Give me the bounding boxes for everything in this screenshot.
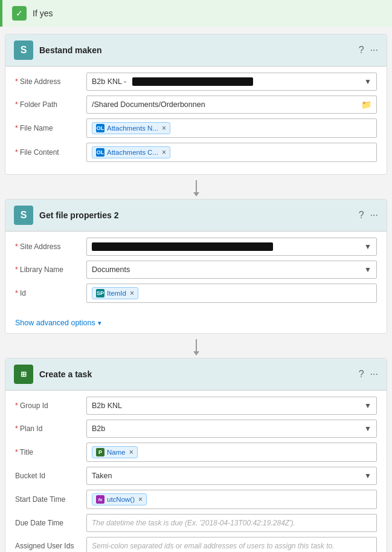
library-name-chevron: ▼	[364, 265, 371, 274]
input-site-address-2[interactable]: ▼	[86, 238, 377, 256]
field-title: * Title P Name ×	[15, 443, 377, 462]
card-create-task: ⊞ Create a task ? ··· * Group Id B2b KNL…	[5, 358, 387, 552]
library-name-value: Documents	[92, 265, 130, 274]
group-id-value: B2b KNL	[92, 401, 122, 410]
assigned-users-placeholder: Semi-colon separated ids or email addres…	[92, 542, 335, 550]
label-bucket-id: Bucket Id	[15, 472, 82, 480]
field-start-date-time: Start Date Time fx utcNow() ×	[15, 490, 377, 509]
sharepoint-icon: SP	[96, 289, 104, 297]
card2-title: Get file properties 2	[39, 210, 353, 220]
field-due-date-time: Due Date Time The datetime the task is d…	[15, 514, 377, 532]
input-file-name[interactable]: OL Attachments N... ×	[86, 119, 377, 138]
card3-header: ⊞ Create a task ? ···	[5, 359, 387, 391]
site-address-1-value: B2b KNL -	[92, 77, 253, 86]
arrow-1	[0, 177, 392, 199]
label-plan-id: * Plan Id	[15, 424, 82, 433]
advanced-options-section: Show advanced options ▾	[5, 315, 387, 333]
field-group-id: * Group Id B2b KNL ▼	[15, 397, 377, 415]
card2-actions: ? ···	[359, 210, 378, 221]
card1-actions: ? ···	[359, 45, 378, 56]
input-id[interactable]: SP ItemId ×	[86, 284, 377, 303]
input-title[interactable]: P Name ×	[86, 443, 377, 462]
outlook-icon-1: OL	[96, 124, 104, 132]
card-get-file-properties: S Get file properties 2 ? ··· * Site Add…	[5, 199, 387, 334]
site-address-2-chevron: ▼	[364, 242, 371, 251]
chip-close-name[interactable]: ×	[129, 448, 133, 456]
chip-close-1[interactable]: ×	[162, 124, 166, 132]
chip-text-itemid: ItemId	[107, 290, 126, 297]
chip-attachments-c: OL Attachments C... ×	[92, 146, 170, 158]
input-assigned-user-ids[interactable]: Semi-colon separated ids or email addres…	[86, 537, 377, 552]
card3-title: Create a task	[39, 369, 353, 379]
label-id: * Id	[15, 289, 82, 297]
input-folder-path[interactable]: /Shared Documents/Orderbonnen 📁	[86, 96, 377, 114]
card2-icon: S	[14, 206, 33, 225]
card3-help-icon[interactable]: ?	[359, 369, 364, 380]
input-file-content[interactable]: OL Attachments C... ×	[86, 143, 377, 162]
show-advanced-options-link[interactable]: Show advanced options	[15, 319, 95, 327]
label-folder-path: * Folder Path	[15, 100, 82, 109]
field-file-name: * File Name OL Attachments N... ×	[15, 119, 377, 138]
card2-more-icon[interactable]: ···	[370, 210, 378, 221]
card2-body: * Site Address ▼ * Library Name Document…	[5, 232, 387, 315]
group-id-chevron: ▼	[364, 401, 371, 410]
card1-title: Bestand maken	[39, 45, 353, 55]
folder-path-value: /Shared Documents/Orderbonnen	[92, 100, 205, 109]
plan-id-chevron: ▼	[364, 424, 371, 433]
label-title: * Title	[15, 448, 82, 456]
if-yes-label: If yes	[33, 8, 53, 18]
field-site-address-1: * Site Address B2b KNL - ▼	[15, 73, 377, 91]
input-due-date-time[interactable]: The datetime the task is due (Ex. '2018-…	[86, 514, 377, 532]
card3-more-icon[interactable]: ···	[370, 369, 378, 380]
chip-itemid: SP ItemId ×	[92, 287, 138, 299]
chip-close-2[interactable]: ×	[162, 148, 166, 157]
input-site-address-1[interactable]: B2b KNL - ▼	[86, 73, 377, 91]
label-file-name: * File Name	[15, 124, 82, 132]
site-address-1-chevron: ▼	[364, 77, 371, 86]
label-group-id: * Group Id	[15, 401, 82, 410]
field-file-content: * File Content OL Attachments C... ×	[15, 143, 377, 162]
label-site-address-1: * Site Address	[15, 77, 82, 86]
input-library-name[interactable]: Documents ▼	[86, 261, 377, 279]
card2-help-icon[interactable]: ?	[359, 210, 364, 221]
advanced-chevron-icon: ▾	[98, 319, 101, 327]
planner-icon: P	[96, 448, 104, 456]
card-bestand-maken: S Bestand maken ? ··· * Site Address B2b…	[5, 34, 387, 175]
redacted-bar-2	[92, 242, 273, 251]
due-date-placeholder: The datetime the task is due (Ex. '2018-…	[92, 519, 295, 527]
card1-icon: S	[14, 41, 33, 60]
plan-id-value: B2b	[92, 424, 105, 433]
if-yes-check-icon: ✓	[12, 6, 27, 21]
chip-text-1: Attachments N...	[107, 125, 158, 132]
chip-attachments-n: OL Attachments N... ×	[92, 122, 170, 134]
if-yes-bar: ✓ If yes	[0, 0, 392, 27]
input-bucket-id[interactable]: Taken ▼	[86, 467, 377, 485]
arrow-down-2	[193, 339, 199, 356]
arrow-2	[0, 336, 392, 358]
field-folder-path: * Folder Path /Shared Documents/Orderbon…	[15, 96, 377, 114]
field-plan-id: * Plan Id B2b ▼	[15, 420, 377, 438]
field-id: * Id SP ItemId ×	[15, 284, 377, 303]
redacted-bar-1	[132, 77, 253, 86]
card3-actions: ? ···	[359, 369, 378, 380]
input-group-id[interactable]: B2b KNL ▼	[86, 397, 377, 415]
label-assigned-user-ids: Assigned User Ids	[15, 542, 82, 550]
chip-close-itemid[interactable]: ×	[130, 289, 134, 297]
field-site-address-2: * Site Address ▼	[15, 238, 377, 256]
site-address-2-value	[92, 242, 273, 251]
chip-text-utcnow: utcNow()	[107, 496, 135, 503]
label-due-date-time: Due Date Time	[15, 519, 82, 527]
card3-icon: ⊞	[14, 365, 33, 384]
card3-body: * Group Id B2b KNL ▼ * Plan Id B2b ▼ * T…	[5, 391, 387, 552]
chip-text-2: Attachments C...	[107, 149, 158, 156]
field-bucket-id: Bucket Id Taken ▼	[15, 467, 377, 485]
chip-close-utcnow[interactable]: ×	[138, 495, 143, 504]
input-start-date-time[interactable]: fx utcNow() ×	[86, 490, 377, 509]
chip-text-name: Name	[107, 449, 126, 456]
card1-more-icon[interactable]: ···	[370, 45, 378, 56]
card1-help-icon[interactable]: ?	[359, 45, 364, 56]
label-library-name: * Library Name	[15, 265, 82, 274]
label-site-address-2: * Site Address	[15, 242, 82, 251]
input-plan-id[interactable]: B2b ▼	[86, 420, 377, 438]
folder-icon: 📁	[361, 100, 371, 109]
